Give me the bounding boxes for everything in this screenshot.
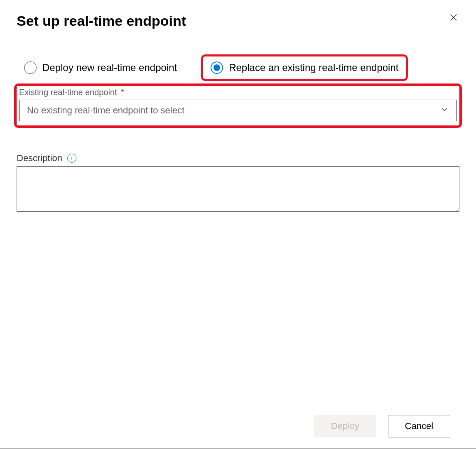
radio-deploy-new-label: Deploy new real-time endpoint [42, 62, 177, 74]
description-field: Description i [17, 153, 459, 213]
cancel-button[interactable]: Cancel [388, 415, 450, 437]
radio-checked-icon [211, 61, 223, 74]
footer-actions: Deploy Cancel [314, 415, 450, 437]
existing-endpoint-label: Existing real-time endpoint * [19, 88, 457, 97]
existing-endpoint-label-text: Existing real-time endpoint [19, 88, 117, 97]
deploy-mode-radio-group: Deploy new real-time endpoint Replace an… [17, 54, 459, 81]
existing-endpoint-dropdown[interactable]: No existing real-time endpoint to select [19, 100, 457, 121]
existing-endpoint-dropdown-value: No existing real-time endpoint to select [27, 105, 184, 116]
panel-title: Set up real-time endpoint [17, 12, 186, 29]
description-label: Description [17, 153, 62, 164]
radio-replace-existing[interactable]: Replace an existing real-time endpoint [201, 54, 408, 81]
info-icon[interactable]: i [67, 154, 76, 163]
radio-deploy-new[interactable]: Deploy new real-time endpoint [17, 56, 184, 79]
close-button[interactable] [448, 12, 459, 24]
existing-endpoint-field: Existing real-time endpoint * No existin… [14, 83, 462, 128]
required-indicator: * [121, 88, 124, 97]
deploy-button: Deploy [314, 415, 376, 437]
radio-unchecked-icon [24, 61, 37, 74]
radio-replace-existing-label: Replace an existing real-time endpoint [229, 62, 398, 74]
description-textarea[interactable] [17, 166, 459, 212]
close-icon [449, 13, 458, 24]
chevron-down-icon [440, 105, 449, 116]
